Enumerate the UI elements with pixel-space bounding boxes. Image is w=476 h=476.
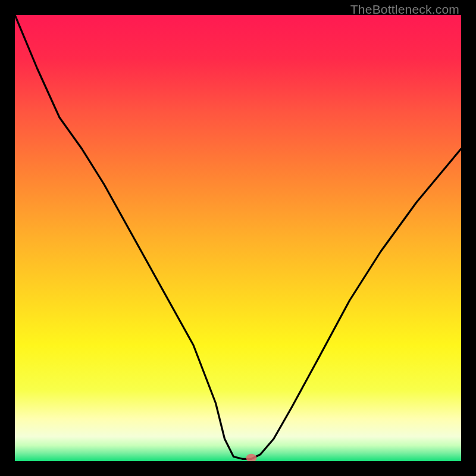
- chart-frame: [15, 15, 461, 461]
- bottleneck-chart: [15, 15, 461, 461]
- gradient-background: [15, 15, 461, 461]
